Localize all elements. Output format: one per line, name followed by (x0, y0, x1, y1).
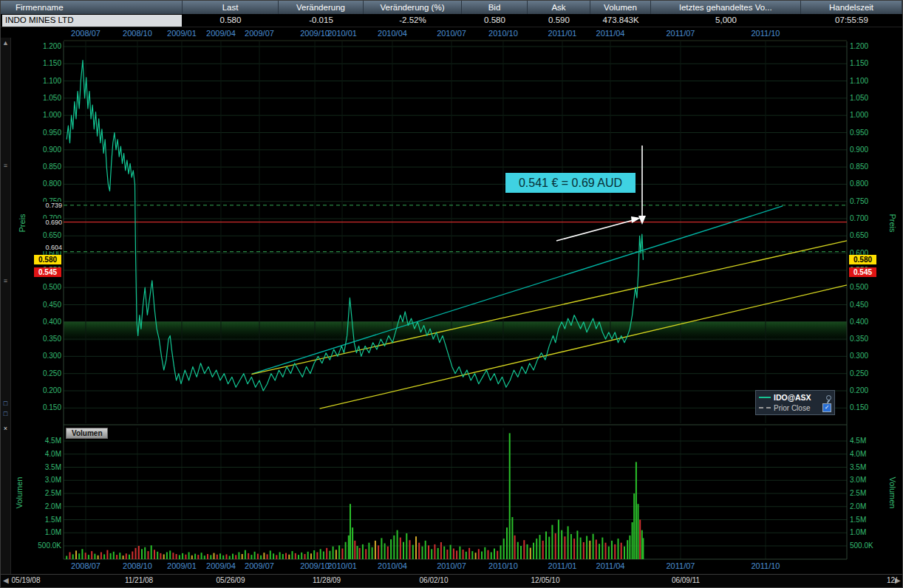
price-tick-label: 0.800 (850, 180, 878, 188)
time-scrollbar[interactable]: ◀ ▶ 05/19/0811/21/0805/26/0911/28/0906/0… (1, 574, 903, 588)
price-tick-label: 0.200 (33, 386, 61, 395)
scrollbar-date-label: 06/02/10 (420, 576, 449, 584)
scrollbar-date-label: 06/09/11 (672, 576, 700, 584)
date-label-bottom: 2009/04 (206, 561, 236, 571)
splitter-grip-icon[interactable]: ≡ (1, 162, 10, 170)
volume-tick-label: 4.5M (27, 437, 61, 445)
date-label-bottom: 2009/10 (300, 561, 330, 571)
price-tick-label: 0.150 (33, 403, 61, 412)
series-swatch-ido (759, 397, 771, 398)
date-label-top: 2011/10 (751, 29, 780, 38)
price-tick-label: 1.150 (33, 59, 61, 68)
price-tick-label: 0.950 (33, 129, 61, 137)
window-panel-icon[interactable]: □ (1, 410, 10, 418)
price-target-annotation: 0.541 € = 0.69 AUD (505, 173, 635, 193)
legend-row-prior-close[interactable]: Prior Close ✓ (759, 403, 831, 413)
level-label-0.690: 0.690 (41, 219, 63, 226)
quote-value-row: INDO MINES LTD 0.580 -0.015 -2.52% 0.580… (1, 14, 902, 27)
volume-panel-tab[interactable]: Volumen (66, 428, 108, 439)
axis-labels-layer: 1.2001.2001.1501.1501.1001.1001.0501.050… (1, 1, 903, 588)
volume-tick-label: 500.0K (27, 541, 61, 550)
price-tick-label: 0.700 (850, 214, 878, 223)
change-pct-value: -2.52% (364, 14, 462, 27)
col-header-veraenderung[interactable]: Veränderung (279, 1, 364, 14)
price-tick-label: 1.200 (850, 42, 878, 51)
volume-tick-label: 4.0M (850, 450, 885, 459)
volume-tick-label: 3.5M (850, 463, 885, 472)
date-label-top: 2011/04 (596, 29, 625, 38)
price-tick-label: 1.150 (850, 59, 878, 68)
date-label-top: 2010/01 (327, 29, 357, 38)
price-tick-label: 0.250 (850, 369, 878, 378)
date-label-bottom: 2009/01 (167, 561, 197, 571)
scroll-left-icon[interactable]: ◀ (3, 576, 9, 584)
legend-label-prior-close: Prior Close (774, 404, 819, 412)
price-tick-label: 0.450 (850, 301, 878, 310)
col-header-firmenname[interactable]: Firmenname (1, 1, 183, 14)
date-label-bottom: 2011/07 (666, 561, 695, 571)
col-header-bid[interactable]: Bid (462, 1, 528, 14)
level-label-0.739: 0.739 (41, 202, 63, 209)
col-header-last[interactable]: Last (183, 1, 279, 14)
splitter-grip-icon[interactable]: ≡ (1, 277, 10, 285)
legend-label-ido: IDO@ASX (774, 393, 823, 402)
date-label-bottom: 2011/04 (596, 561, 625, 571)
last-trade-volume-value: 5,000 (651, 14, 801, 27)
scrollbar-date-label: 11/28/09 (313, 576, 341, 584)
price-tick-label: 0.450 (33, 301, 61, 310)
change-value: -0.015 (279, 14, 364, 27)
date-label-top: 2009/04 (206, 29, 236, 38)
price-tick-label: 0.850 (33, 163, 61, 171)
price-tick-label: 0.200 (850, 386, 878, 395)
date-label-bottom: 2010/07 (437, 561, 466, 571)
prior-close-checkbox[interactable]: ✓ (822, 403, 831, 412)
col-header-handelszeit[interactable]: Handelszeit (801, 1, 902, 14)
date-label-top: 2009/07 (245, 29, 274, 38)
pin-icon[interactable] (826, 395, 831, 400)
series-swatch-prior-close (759, 407, 771, 408)
col-header-volumen[interactable]: Volumen (590, 1, 651, 14)
quote-header-row: Firmenname Last Veränderung Veränderung … (1, 1, 902, 14)
price-tick-label: 0.400 (33, 318, 61, 327)
price-tick-label: 0.400 (850, 318, 878, 327)
price-tick-label: 0.350 (850, 335, 878, 343)
date-label-top: 2011/01 (548, 29, 577, 38)
price-tick-label: 0.300 (33, 352, 61, 360)
col-header-veraenderung-pct[interactable]: Veränderung (%) (364, 1, 462, 14)
price-tick-label: 0.350 (33, 335, 61, 343)
level-label-0.604: 0.604 (41, 244, 63, 251)
price-tick-label: 0.300 (850, 352, 878, 360)
date-label-top: 2010/07 (437, 29, 466, 38)
price-tick-label: 0.250 (33, 369, 61, 378)
company-name-cell[interactable]: INDO MINES LTD (2, 15, 182, 27)
volume-tick-label: 2.0M (850, 502, 885, 511)
date-label-top: 2009/01 (167, 29, 197, 38)
price-marker-badge: 0.580 (34, 255, 61, 264)
price-tick-label: 1.100 (33, 77, 61, 86)
window-panel-icon[interactable]: □ (1, 400, 10, 408)
volume-tick-label: 2.5M (27, 489, 61, 498)
price-tick-label: 0.900 (850, 146, 878, 154)
date-label-bottom: 2011/10 (751, 561, 780, 571)
date-label-top: 2010/04 (378, 29, 407, 38)
trade-time-value: 07:55:59 (801, 14, 902, 27)
price-tick-label: 1.000 (850, 111, 878, 120)
date-label-bottom: 2011/01 (548, 561, 577, 571)
legend-row-ido[interactable]: IDO@ASX (759, 392, 831, 403)
date-label-bottom: 2010/04 (378, 561, 407, 571)
col-header-ask[interactable]: Ask (528, 1, 590, 14)
price-tick-label: 0.650 (850, 231, 878, 240)
price-tick-label: 1.050 (850, 94, 878, 103)
price-tick-label: 0.500 (850, 283, 878, 292)
collapse-up-icon[interactable]: ▲ (1, 39, 10, 47)
volume-tick-label: 2.5M (850, 489, 885, 498)
col-header-letztes-volumen[interactable]: letztes gehandeltes Vo... (651, 1, 801, 14)
price-tick-label: 0.850 (850, 163, 878, 171)
price-tick-label: 1.200 (33, 42, 61, 51)
price-tick-label: 0.150 (850, 403, 878, 412)
price-tick-label: 0.900 (33, 146, 61, 154)
close-icon[interactable]: × (1, 425, 10, 433)
ask-value: 0.590 (528, 14, 590, 27)
volume-tick-label: 4.0M (27, 450, 61, 459)
date-label-bottom: 2009/07 (245, 561, 274, 571)
